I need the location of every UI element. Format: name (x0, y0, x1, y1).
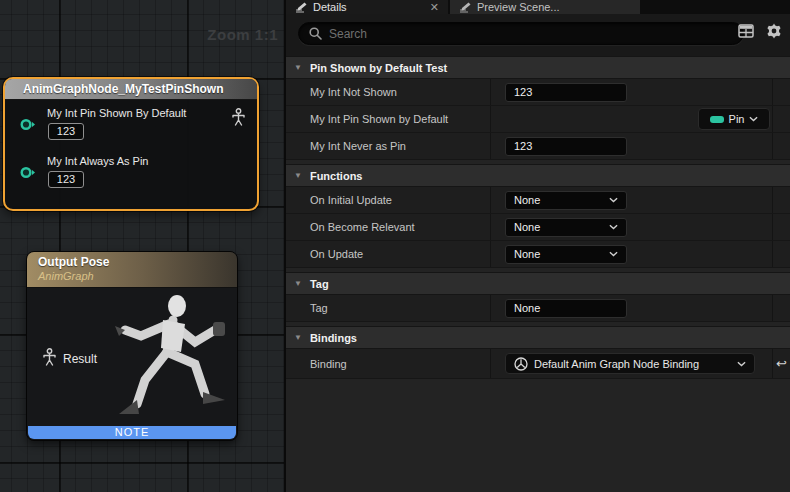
details-empty-area (286, 379, 790, 492)
search-box[interactable] (298, 22, 744, 45)
chevron-down-icon (609, 224, 618, 230)
display-filter-icon[interactable] (736, 21, 756, 41)
mannequin-image (111, 288, 239, 426)
output-node-header[interactable]: Output Pose AnimGraph (27, 252, 237, 288)
note-bar[interactable]: NOTE (28, 426, 236, 439)
result-pin-label: Result (63, 352, 97, 366)
row-tag: Tag (286, 295, 790, 322)
details-rows: ▼ Pin Shown by Default Test My Int Not S… (286, 56, 790, 492)
binding-icon (514, 357, 528, 371)
pin-label: My Int Always As Pin (47, 155, 148, 167)
settings-gear-icon[interactable] (764, 21, 784, 41)
row-my-int-not-shown: My Int Not Shown (286, 79, 790, 106)
pin-mode-dropdown[interactable]: Pin (698, 108, 770, 130)
collapse-arrow-icon[interactable]: ▼ (294, 334, 302, 342)
section-pin-shown-by-default-test[interactable]: ▼ Pin Shown by Default Test (286, 56, 790, 79)
chevron-down-icon (737, 361, 746, 367)
details-tab-icon (295, 2, 307, 13)
property-label: On Become Relevant (310, 221, 415, 233)
collapse-arrow-icon[interactable]: ▼ (294, 280, 302, 288)
section-tag[interactable]: ▼ Tag (286, 272, 790, 295)
property-label: On Initial Update (310, 194, 392, 206)
binding-dropdown[interactable]: Default Anim Graph Node Binding (505, 353, 755, 374)
search-input[interactable] (329, 27, 733, 41)
reset-to-default-icon[interactable]: ↩ (776, 357, 787, 370)
pose-watch-icon[interactable] (231, 108, 246, 126)
row-my-int-never-as-pin: My Int Never as Pin (286, 133, 790, 160)
search-icon (309, 27, 322, 40)
preview-scene-tab-icon (459, 2, 471, 13)
tab-label: Details (313, 1, 347, 13)
panel-tabbar: Details ✕ Preview Scene... (286, 0, 790, 14)
unreal-editor-window: Zoom 1:1 AnimGraphNode_MyTestPinShown My… (0, 0, 790, 492)
anim-graph-node[interactable]: AnimGraphNode_MyTestPinShown My Int Pin … (3, 77, 259, 211)
output-node-subtitle: AnimGraph (38, 270, 237, 282)
on-initial-update-dropdown[interactable]: None (505, 191, 627, 210)
node-title: AnimGraphNode_MyTestPinShown (23, 82, 223, 96)
my-int-never-as-pin-input[interactable] (505, 137, 627, 156)
animgraph-canvas[interactable]: Zoom 1:1 AnimGraphNode_MyTestPinShown My… (0, 0, 284, 492)
chevron-down-icon (609, 197, 618, 203)
tab-label: Preview Scene... (477, 1, 560, 13)
collapse-arrow-icon[interactable]: ▼ (294, 172, 302, 180)
close-tab-icon[interactable]: ✕ (430, 2, 439, 13)
details-panel: Details ✕ Preview Scene... (284, 0, 790, 492)
chevron-down-icon (749, 116, 758, 122)
my-int-not-shown-input[interactable] (505, 83, 627, 102)
row-binding: Binding Default Anim Graph Node Binding (286, 349, 790, 379)
pin-value-box[interactable]: 123 (48, 123, 84, 140)
zoom-level-indicator: Zoom 1:1 (207, 26, 278, 43)
row-on-update: On Update None (286, 241, 790, 268)
section-bindings[interactable]: ▼ Bindings (286, 326, 790, 349)
pin-label: My Int Pin Shown By Default (47, 107, 186, 119)
row-my-int-pin-shown-by-default: My Int Pin Shown by Default Pin (286, 106, 790, 133)
row-on-initial-update: On Initial Update None (286, 187, 790, 214)
tag-input[interactable] (505, 299, 627, 318)
row-on-become-relevant: On Become Relevant None (286, 214, 790, 241)
tab-details[interactable]: Details ✕ (286, 0, 448, 14)
property-label: On Update (310, 248, 363, 260)
chevron-down-icon (609, 251, 618, 257)
pin-pill-icon (710, 116, 724, 123)
property-label: My Int Pin Shown by Default (310, 113, 448, 125)
details-toolbar (286, 14, 790, 56)
pin-value-box[interactable]: 123 (48, 171, 84, 188)
tab-preview-scene[interactable]: Preview Scene... (450, 0, 640, 14)
property-label: Tag (310, 302, 328, 314)
collapse-arrow-icon[interactable]: ▼ (294, 64, 302, 72)
property-label: My Int Not Shown (310, 86, 397, 98)
pose-pin-icon[interactable] (42, 348, 57, 366)
exec-pin-icon[interactable] (20, 166, 36, 179)
on-become-relevant-dropdown[interactable]: None (505, 218, 627, 237)
exec-pin-icon[interactable] (20, 118, 36, 131)
on-update-dropdown[interactable]: None (505, 245, 627, 264)
node-header[interactable]: AnimGraphNode_MyTestPinShown (5, 79, 257, 100)
output-pose-node[interactable]: Output Pose AnimGraph (26, 251, 238, 441)
property-label: My Int Never as Pin (310, 140, 406, 152)
section-functions[interactable]: ▼ Functions (286, 164, 790, 187)
property-label: Binding (310, 358, 347, 370)
output-node-title: Output Pose (38, 255, 237, 269)
